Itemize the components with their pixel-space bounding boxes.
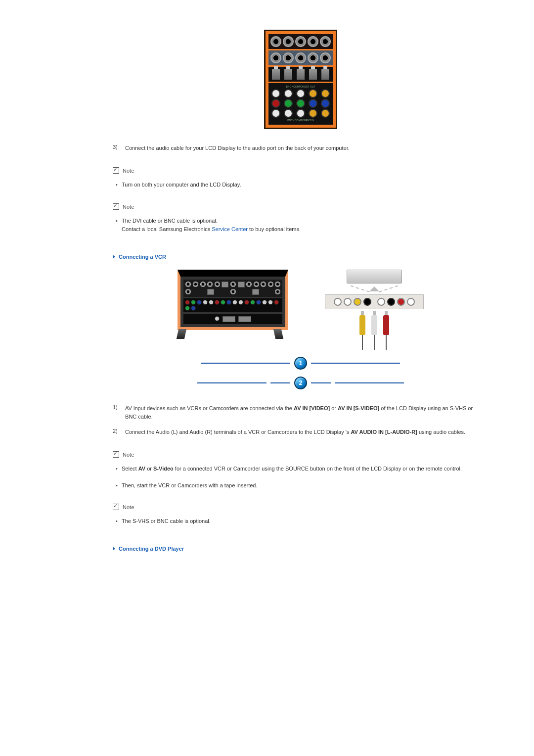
document-page: BNC / COMPONENT OUT: [0, 0, 534, 591]
rca-white: [209, 300, 214, 305]
bnc-plug: [297, 69, 305, 80]
text: using audio cables.: [417, 429, 465, 435]
note-list: Select AV or S-Video for a connected VCR…: [113, 465, 489, 490]
monitor-foot: [177, 329, 186, 339]
vcr-step-2: 2) Connect the Audio (L) and Audio (R) t…: [113, 428, 489, 436]
port-sq: [222, 282, 228, 287]
bnc-jack: [246, 282, 252, 287]
note-heading: Note: [113, 203, 489, 210]
jack-black: [387, 298, 395, 306]
bold-text: AV IN [VIDEO]: [294, 405, 330, 411]
rca-white: [262, 300, 267, 305]
bold-text: AV: [138, 466, 145, 472]
bnc-plug: [309, 69, 317, 80]
section-connecting-dvd: Connecting a DVD Player: [113, 546, 489, 552]
jack-white: [344, 298, 352, 306]
jack-white: [377, 298, 385, 306]
note-item: Then, start the VCR or Camcorders with a…: [113, 481, 489, 490]
monitor-mid-row: [183, 298, 282, 312]
rca-green: [284, 99, 293, 108]
port-rect: [238, 316, 251, 322]
cable-wire: [374, 335, 375, 350]
cable-plug-white: [371, 315, 377, 335]
note-text: to buy optional items.: [248, 226, 301, 232]
arrow-icon: [369, 286, 379, 291]
port-sq: [238, 282, 245, 287]
vcr-diagram: 1 2: [172, 270, 429, 389]
note-text: Then, start the VCR or Camcorders with a…: [122, 482, 258, 488]
vcr-unit: [347, 270, 402, 284]
bnc-jack: [320, 52, 331, 63]
cable: [359, 315, 365, 350]
note-label: Note: [123, 452, 134, 458]
bnc-jack: [295, 36, 306, 47]
rca-orange: [321, 89, 330, 98]
bnc-jack: [320, 36, 331, 47]
bold-text: S-Video: [153, 466, 174, 472]
step-text: Connect the audio cable for your LCD Dis…: [125, 144, 481, 152]
check-icon: [113, 451, 119, 458]
triangle-icon: [113, 255, 115, 259]
rca-white: [268, 300, 273, 305]
bnc-jack: [268, 282, 273, 287]
bnc-jack: [200, 282, 206, 287]
rca-green: [250, 300, 255, 305]
bold-text: AV IN [S-VIDEO]: [338, 405, 379, 411]
note-heading: Note: [113, 167, 489, 174]
note-heading: Note: [113, 504, 489, 510]
service-center-link[interactable]: Service Center: [212, 226, 248, 232]
bnc-jack: [283, 36, 294, 47]
rca-blue: [191, 306, 196, 311]
note-text: Contact a local Samsung Electronics: [122, 226, 212, 232]
rca-white: [271, 89, 280, 98]
bnc-jack: [215, 282, 220, 287]
check-icon: [113, 203, 119, 210]
monitor-foot: [273, 329, 283, 339]
bnc-jack: [275, 289, 280, 294]
bnc-plug-row: [268, 67, 333, 82]
bnc-panel: BNC / COMPONENT OUT: [264, 30, 337, 129]
note-label: Note: [123, 204, 134, 210]
bnc-jack: [207, 282, 213, 287]
note-list: The DVI cable or BNC cable is optional. …: [113, 217, 489, 234]
text: Select: [122, 466, 138, 472]
line-segment: [270, 382, 290, 383]
rca-white: [271, 109, 280, 118]
port-sq: [252, 289, 259, 295]
bnc-jack: [308, 52, 318, 63]
rca-white: [284, 109, 293, 118]
bnc-jack: [270, 52, 281, 63]
section-connecting-vcr: Connecting a VCR: [113, 254, 489, 260]
bnc-jack: [185, 289, 191, 294]
section-title-text: Connecting a DVD Player: [119, 546, 184, 552]
rca-white: [284, 89, 293, 98]
cable-plugs: [325, 315, 424, 350]
section-title-text: Connecting a VCR: [119, 254, 166, 260]
rca-orange: [309, 89, 317, 98]
bnc-jack: [193, 282, 198, 287]
triangle-icon: [113, 547, 115, 551]
rca-white: [232, 300, 237, 305]
callout-badge-2: 2: [294, 377, 307, 389]
component-grid: BNC / COMPONENT OUT: [268, 83, 333, 125]
check-icon: [113, 504, 119, 510]
callout-line-2: 2: [172, 377, 429, 389]
text: or: [145, 466, 153, 472]
rca-red: [215, 300, 220, 305]
rca-blue: [256, 300, 261, 305]
rca-blue: [226, 300, 231, 305]
note-item: Select AV or S-Video for a connected VCR…: [113, 465, 489, 473]
rca-orange: [321, 109, 330, 118]
rca-blue: [309, 99, 317, 108]
callout-line-1: 1: [172, 357, 429, 370]
cable: [383, 315, 389, 350]
line-segment: [201, 363, 290, 364]
rca-green: [296, 99, 305, 108]
bnc-jack: [230, 282, 236, 287]
jack-white: [334, 298, 342, 306]
vcr-side: [325, 270, 424, 350]
text: Connect the Audio (L) and Audio (R) term…: [125, 429, 351, 435]
jack-yellow: [354, 298, 361, 306]
rca-blue: [197, 300, 202, 305]
monitor-top-row: [183, 280, 282, 297]
